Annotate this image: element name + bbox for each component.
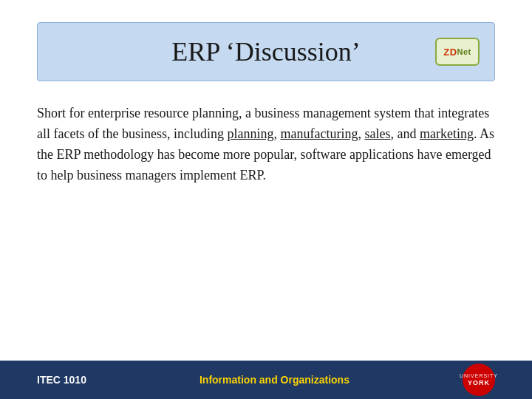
zdnet-zd-text: ZD	[443, 47, 457, 58]
zdnet-net-text: Net	[457, 47, 471, 56]
footer-bar: ITEC 1010 Information and Organizations …	[0, 361, 532, 399]
footer-course-code: ITEC 1010	[37, 374, 86, 386]
header-box: ERP ‘Discussion’ ZDNet	[37, 22, 495, 81]
link-planning[interactable]: planning	[227, 126, 273, 141]
footer-logo: UNIVERSITY YORK	[463, 364, 495, 396]
footer-course-title: Information and Organizations	[86, 374, 463, 386]
link-marketing[interactable]: marketing	[420, 126, 474, 141]
york-name-text: YORK	[468, 379, 490, 386]
link-manufacturing[interactable]: manufacturing	[280, 126, 358, 141]
zdnet-logo: ZDNet	[435, 38, 480, 66]
slide-container: ERP ‘Discussion’ ZDNet Short for enterpr…	[0, 0, 532, 399]
york-university-logo: UNIVERSITY YORK	[463, 364, 495, 396]
slide-title: ERP ‘Discussion’	[171, 36, 361, 67]
york-university-text: UNIVERSITY	[460, 373, 498, 379]
link-sales[interactable]: sales	[364, 126, 390, 141]
body-paragraph: Short for enterprise resource planning, …	[37, 103, 495, 186]
